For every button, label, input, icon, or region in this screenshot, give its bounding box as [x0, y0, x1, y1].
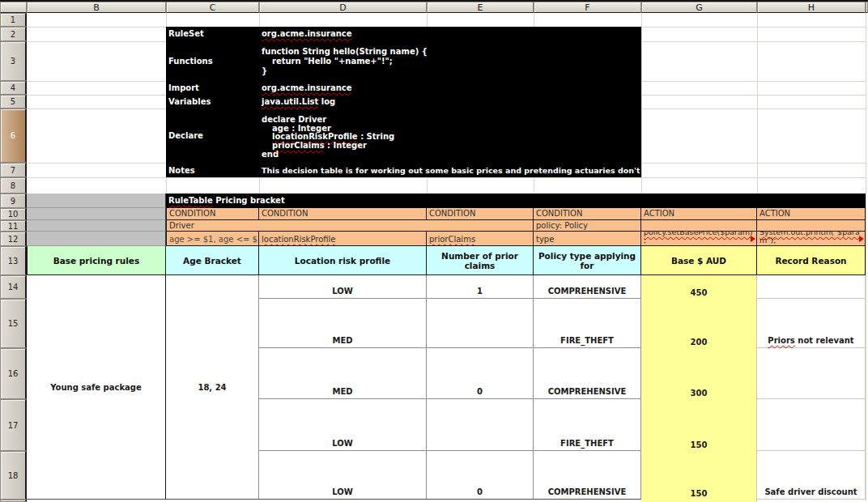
row-header-8[interactable]: 8 [0, 177, 27, 194]
cell-header-base-pricing-rules[interactable]: Base pricing rules [27, 246, 166, 275]
cell-location-r14[interactable]: LOW [259, 275, 427, 299]
action1-code: policy.setBasePrice($param) ; [644, 232, 754, 245]
row-header-18[interactable]: 18 [0, 451, 27, 500]
cell-h11[interactable] [757, 220, 866, 232]
overflow-arrow-icon [859, 236, 864, 242]
cell-b9[interactable] [27, 194, 166, 208]
import-label: Import [166, 83, 262, 95]
cell-policy-f11[interactable]: policy: Policy [534, 220, 641, 232]
cell-location-r17[interactable]: LOW [259, 399, 427, 451]
cell-reason-r16[interactable] [757, 348, 866, 399]
cell-variables[interactable]: Variables java.util.List log [166, 95, 641, 108]
cell-price-r14[interactable]: 450 [641, 285, 756, 299]
column-header-h[interactable]: H [757, 2, 866, 13]
cell-policy-r18[interactable]: COMPREHENSIVE [534, 451, 641, 500]
row-header-9[interactable]: 9 [0, 194, 27, 208]
row-header-12[interactable]: 12 [0, 232, 27, 246]
column-header-b[interactable]: B [27, 2, 166, 13]
row-header-13[interactable]: 13 [0, 246, 27, 275]
cell-action-expr-g12[interactable]: policy.setBasePrice($param) ; [641, 232, 757, 246]
cell-import[interactable]: Import org.acme.insurance [166, 81, 641, 95]
cell-condition-d10[interactable]: CONDITION [259, 208, 427, 220]
cell-b11[interactable] [27, 220, 166, 232]
cell-claims-r16[interactable]: 0 [427, 348, 534, 399]
cell-price-r15[interactable]: 200 [641, 334, 756, 348]
cell-age-expr-c12[interactable]: age >= $1, age <= $2 [166, 232, 259, 246]
cell-notes[interactable]: Notes This decision table is for working… [166, 166, 641, 177]
select-all-corner[interactable] [0, 2, 27, 13]
cell-reason-r15[interactable]: Priors not relevant [757, 299, 866, 348]
cell-functions[interactable]: Functions function String hello(String n… [166, 41, 641, 81]
cell-claims-r15[interactable] [427, 299, 534, 348]
row-header-14[interactable]: 14 [0, 275, 27, 299]
cell-condition-e10[interactable]: CONDITION [427, 208, 534, 220]
cell-header-record-reason[interactable]: Record Reason [757, 246, 866, 275]
row-header-10[interactable]: 10 [0, 208, 27, 220]
column-header-d[interactable]: D [259, 2, 427, 13]
cell-reason-r17[interactable] [757, 399, 866, 451]
cell-price-r16[interactable]: 300 [641, 385, 756, 399]
cell-reason-r18[interactable]: Safe driver discount [757, 451, 866, 500]
cell-age-bracket-value[interactable]: 18, 24 [166, 275, 259, 500]
column-header-c[interactable]: C [166, 2, 259, 13]
row-header-16[interactable]: 16 [0, 348, 27, 399]
cell-loc-expr-d12[interactable]: locationRiskProfile [259, 232, 427, 246]
cell-reason-r14[interactable] [757, 275, 866, 299]
column-header-g[interactable]: G [641, 2, 757, 13]
cell-policy-r16[interactable]: COMPREHENSIVE [534, 348, 641, 399]
cell-b12[interactable] [27, 232, 166, 246]
cell-ruletable-title[interactable]: RuleTable Pricing bracket [166, 194, 866, 208]
row-header-3[interactable]: 3 [0, 41, 27, 81]
cell-header-prior-claims[interactable]: Number of prior claims [427, 246, 534, 275]
row-number: 14 [8, 283, 19, 291]
cell-condition-c10[interactable]: CONDITION [166, 208, 259, 220]
row-header-15[interactable]: 15 [0, 299, 27, 348]
cell-header-base-aud[interactable]: Base $ AUD [641, 246, 757, 275]
row-header-2[interactable]: 2 [0, 27, 27, 41]
cell-header-location-risk[interactable]: Location risk profile [259, 246, 427, 275]
column-header-f[interactable]: F [534, 2, 641, 13]
cell-policy-r17[interactable]: FIRE_THEFT [534, 399, 641, 451]
cell-ruleset[interactable]: RuleSet org.acme.insurance [166, 29, 641, 41]
cell-prior-expr-e12[interactable]: priorClaims [427, 232, 534, 246]
cell-driver-c11[interactable]: Driver [166, 220, 534, 232]
row-header-4[interactable]: 4 [0, 81, 27, 95]
cell-location-r16[interactable]: MED [259, 348, 427, 399]
cell-price-r17[interactable]: 150 [641, 437, 756, 451]
column-header-e[interactable]: E [427, 2, 534, 13]
row-header-7[interactable]: 7 [0, 163, 27, 177]
variables-label: Variables [166, 97, 262, 108]
row-number: 15 [8, 319, 19, 328]
cell-policy-r14[interactable]: COMPREHENSIVE [534, 275, 641, 299]
cell-header-age-bracket[interactable]: Age Bracket [166, 246, 259, 275]
row-header-6-selected[interactable]: 6 [0, 108, 27, 163]
cell-g11[interactable] [641, 220, 757, 232]
cell-group-label[interactable]: Young safe package [27, 275, 166, 500]
cell-location-r18[interactable]: LOW [259, 451, 427, 500]
row-header-5[interactable]: 5 [0, 95, 27, 108]
cell-action-h10[interactable]: ACTION [757, 208, 866, 220]
functions-label: Functions [166, 57, 262, 66]
cell-condition-f10[interactable]: CONDITION [534, 208, 641, 220]
cell-location-r15[interactable]: MED [259, 299, 427, 348]
ruleset-value: org.acme.insurance [262, 29, 352, 38]
cell-b10[interactable] [27, 208, 166, 220]
cell-claims-r14[interactable]: 1 [427, 275, 534, 299]
cell-claims-r18[interactable]: 0 [427, 451, 534, 500]
cell-claims-r17[interactable] [427, 399, 534, 451]
functions-code: function String hello(String name) { ret… [262, 41, 641, 76]
column-letter: D [339, 2, 346, 13]
row-header-11[interactable]: 11 [0, 220, 27, 232]
cell-policy-r15[interactable]: FIRE_THEFT [534, 299, 641, 348]
cell-declare[interactable]: Declare declare Driver age : Integer loc… [166, 108, 641, 163]
row-number: 12 [8, 235, 19, 244]
cell-header-policy-type[interactable]: Policy type applying for [534, 246, 641, 275]
row-header-1[interactable]: 1 [0, 13, 27, 27]
row-number: 8 [11, 181, 15, 190]
row-header-17[interactable]: 17 [0, 399, 27, 451]
cell-price-r18[interactable]: 150 [641, 486, 756, 500]
cell-action-expr-h12[interactable]: System.out.println("$para m"); [757, 232, 866, 246]
cell-type-expr-f12[interactable]: type [534, 232, 641, 246]
cell-action-g10[interactable]: ACTION [641, 208, 757, 220]
row-number: 1 [11, 15, 15, 24]
